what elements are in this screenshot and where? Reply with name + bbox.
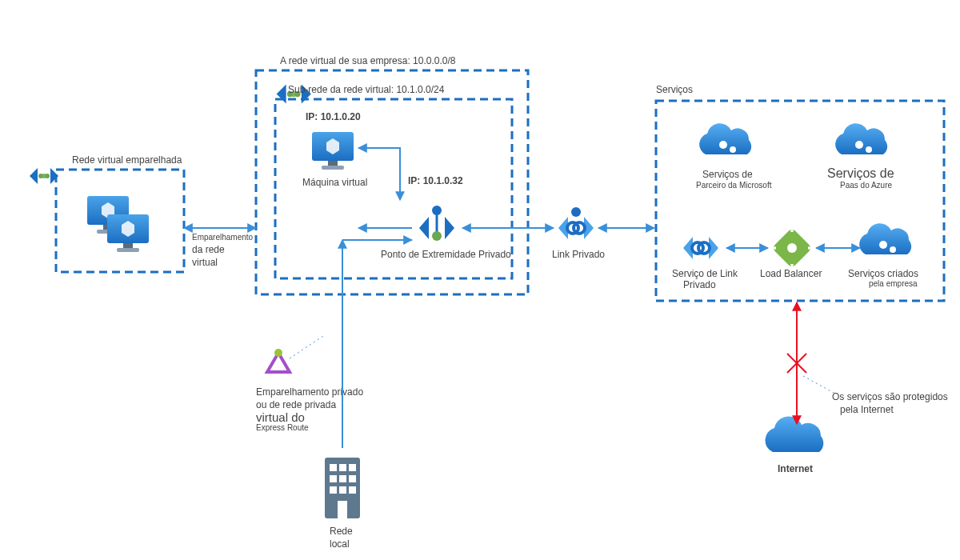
svg-text:Os serviços são protegidos: Os serviços são protegidos xyxy=(832,391,948,402)
dotted-er xyxy=(290,336,323,358)
svg-text:Serviço de Link: Serviço de Link xyxy=(672,268,738,279)
subnet-title: Sub-rede da rede virtual: 10.1.0.0/24 xyxy=(288,84,445,95)
peered-vnet-title: Rede virtual emparelhada xyxy=(72,154,182,166)
vm-ip: IP: 10.1.0.20 xyxy=(306,111,361,122)
private-endpoint-icon xyxy=(419,206,454,241)
vm-icon xyxy=(312,132,354,170)
svg-text:Privado: Privado xyxy=(683,279,716,290)
svg-text:pela Internet: pela Internet xyxy=(840,404,894,415)
svg-text:Emparelhamento privado: Emparelhamento privado xyxy=(256,386,363,398)
svg-text:Rede: Rede xyxy=(330,526,353,537)
internet-group: Internet Os serviços são protegidos pela… xyxy=(765,391,947,474)
customer-services-icon xyxy=(859,223,911,254)
vnet-peering-label: Emparelhamento da rede virtual xyxy=(192,233,254,268)
services-group: Serviços Serviços de Parceiro da Microso… xyxy=(656,84,944,301)
pe-caption: Ponto de Extremidade Privado xyxy=(381,249,511,260)
company-vnet-group: A rede virtual de sua empresa: 10.0.0.0/… xyxy=(256,55,528,294)
svg-text:da rede: da rede xyxy=(192,244,225,255)
svg-text:ou de rede privada: ou de rede privada xyxy=(256,399,336,410)
pe-ip: IP: 10.1.0.32 xyxy=(408,175,463,186)
express-route-icon xyxy=(267,349,290,372)
svg-text:Serviços de: Serviços de xyxy=(702,169,753,180)
svg-text:Paas do Azure: Paas do Azure xyxy=(840,181,892,190)
vm-caption: Máquina virtual xyxy=(302,177,367,188)
svg-text:virtual: virtual xyxy=(192,257,218,268)
private-link-icon xyxy=(558,207,594,239)
company-vnet-box xyxy=(256,70,528,294)
company-vnet-title: A rede virtual de sua empresa: 10.0.0.0/… xyxy=(280,55,456,66)
svg-text:Serviços de: Serviços de xyxy=(827,166,894,180)
svg-text:Parceiro da Microsoft: Parceiro da Microsoft xyxy=(696,181,772,190)
peered-vnet-group: Rede virtual emparelhada xyxy=(30,154,184,272)
private-link-group: Link Privado xyxy=(552,207,605,260)
building-icon xyxy=(325,458,360,518)
svg-text:Load Balancer: Load Balancer xyxy=(760,268,822,279)
svg-text:local: local xyxy=(330,538,350,550)
paas-services-icon xyxy=(835,123,887,154)
svg-text:Emparelhamento: Emparelhamento xyxy=(192,233,254,242)
internet-cloud-icon xyxy=(765,417,823,452)
private-link-caption: Link Privado xyxy=(552,249,605,260)
pls-icon xyxy=(683,237,718,259)
svg-text:pela empresa: pela empresa xyxy=(869,279,918,288)
load-balancer-icon xyxy=(771,227,813,269)
express-route-group: Emparelhamento privado ou de rede privad… xyxy=(256,349,363,432)
svg-text:Express Route: Express Route xyxy=(256,423,309,432)
svg-text:Internet: Internet xyxy=(778,463,813,474)
svg-text:Serviços criados: Serviços criados xyxy=(848,268,918,279)
dotted-internet-note xyxy=(803,376,835,394)
svg-text:virtual do: virtual do xyxy=(256,410,305,424)
onprem-group: Rede local xyxy=(325,458,360,550)
services-title: Serviços xyxy=(656,84,693,95)
partner-services-icon xyxy=(699,123,751,154)
